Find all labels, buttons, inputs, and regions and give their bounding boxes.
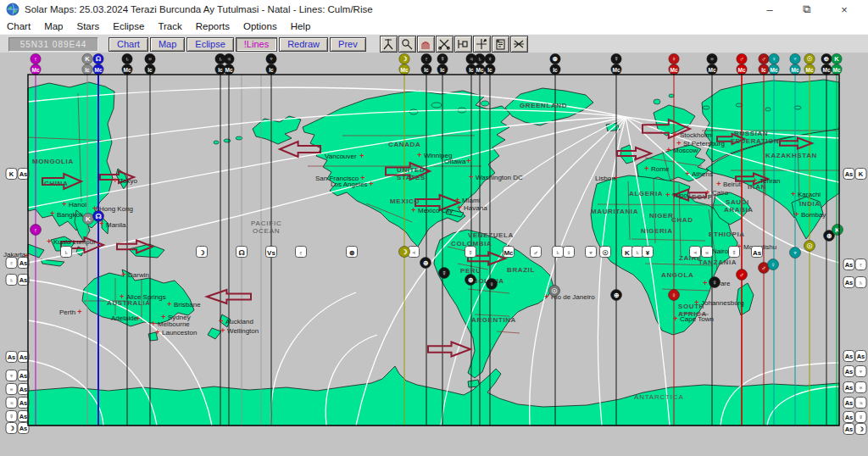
- report-page-button[interactable]: [492, 36, 509, 53]
- city-label: Johannesburg: [701, 299, 744, 307]
- zenith-glyph: ♃: [693, 249, 698, 257]
- app-globe-icon: [6, 3, 19, 16]
- edge-glyph: As: [845, 414, 854, 421]
- city-label: Karachi: [798, 191, 821, 198]
- toolbar: 55N31 089E44 ChartMapEclipse!LinesRedraw…: [0, 34, 868, 54]
- edge-glyph: As: [845, 384, 854, 392]
- planet-glyph: ♃: [226, 55, 231, 63]
- city-marker: +: [120, 292, 124, 301]
- edge-glyph: As: [857, 353, 865, 360]
- city-label: Washington DC: [476, 174, 523, 181]
- map-button[interactable]: Map: [150, 37, 185, 52]
- edge-glyph: ♆: [9, 372, 14, 380]
- menu-reports[interactable]: Reports: [189, 21, 236, 31]
- menu-stars[interactable]: Stars: [70, 21, 107, 31]
- planet-glyph: ♄: [218, 55, 223, 63]
- edge-glyph: As: [19, 353, 28, 361]
- country-label: NIGERIA: [641, 227, 673, 235]
- angle-glyph: Mc: [822, 67, 830, 73]
- zenith-glyph: ☽: [198, 249, 204, 257]
- country-label: FEDERATION: [731, 137, 779, 145]
- chart-button[interactable]: Chart: [108, 37, 148, 52]
- pan-hand-button[interactable]: [417, 36, 435, 53]
- zenith-glyph: ⊗: [349, 249, 355, 257]
- planet-spot-glyph: ☽: [401, 248, 407, 256]
- world-map[interactable]: ♇McKIc☊Mc♄Mc♅Ic♄Ic♃Mc♆Ic☽Mc♇Ic☿Ic♃Ic♄Mc♀…: [0, 53, 868, 456]
- angle-glyph: Mc: [708, 67, 715, 73]
- edge-glyph: As: [19, 259, 28, 267]
- city-label: Melbourne: [158, 320, 190, 328]
- city-label: Rome: [651, 165, 670, 173]
- cut-lines-button[interactable]: [436, 36, 453, 53]
- city-marker: +: [705, 188, 709, 197]
- zenith-glyph: ♂: [533, 249, 538, 257]
- edge-glyph: ☽: [8, 425, 14, 432]
- city-label: Kuala Lumpur: [53, 238, 96, 246]
- island: [409, 109, 418, 114]
- eclipse-button[interactable]: Eclipse: [186, 37, 233, 52]
- angle-glyph: Ic: [761, 67, 766, 73]
- angle-glyph: Mc: [94, 67, 102, 73]
- menu-eclipse[interactable]: Eclipse: [106, 21, 151, 31]
- locate-crosshair-button[interactable]: [473, 36, 491, 53]
- city-label: Beirut: [723, 181, 742, 188]
- menu-map[interactable]: Map: [37, 21, 70, 31]
- country-label: ARABIA: [724, 206, 754, 214]
- city-label: Vancouver: [325, 153, 357, 160]
- angle-glyph: Mc: [612, 67, 620, 73]
- measure-tool-button[interactable]: [380, 36, 398, 53]
- clamp-tool-button[interactable]: [454, 36, 472, 53]
- edge-glyph: As: [845, 399, 854, 407]
- city-label: Perth: [59, 309, 75, 316]
- planet-spot-glyph: ☿: [442, 270, 447, 277]
- prev-button[interactable]: Prev: [330, 37, 366, 52]
- close-button[interactable]: ×: [826, 3, 863, 16]
- menu-options[interactable]: Options: [236, 21, 284, 31]
- planet-spot-glyph: ☉: [551, 287, 557, 295]
- zenith-glyph: ☉: [602, 249, 608, 257]
- planet-spot-glyph: ♀: [712, 279, 717, 286]
- country-label: BRAZIL: [507, 266, 535, 274]
- city-label: Mexico City: [418, 207, 453, 214]
- city-label: Bombay: [801, 211, 826, 219]
- menu-help[interactable]: Help: [284, 21, 318, 31]
- city-label: Alice Springs: [126, 293, 166, 301]
- edge-glyph: ☿: [9, 413, 14, 420]
- city-label: Bangkok: [57, 211, 84, 219]
- planet-glyph: ⊗: [553, 55, 558, 63]
- restore-button[interactable]: ⧉: [788, 3, 826, 16]
- menu-chart[interactable]: Chart: [0, 21, 37, 31]
- edge-glyph: As: [845, 353, 854, 360]
- country-label: ARGENTINA: [471, 316, 516, 324]
- zenith-glyph: Mc: [504, 249, 514, 257]
- city-marker: +: [47, 237, 51, 246]
- minimize-button[interactable]: –: [751, 3, 788, 16]
- planet-glyph: ♆: [793, 55, 798, 63]
- edge-glyph: As: [19, 399, 28, 407]
- country-label: CHAD: [671, 216, 693, 224]
- edge-glyph: As: [19, 170, 28, 178]
- zenith-glyph: ☿: [732, 249, 737, 257]
- city-label: Manila: [106, 221, 126, 229]
- edge-glyph: ♄: [9, 276, 14, 284]
- edge-glyph: As: [8, 353, 16, 361]
- lines-button[interactable]: !Lines: [236, 37, 277, 52]
- angle-glyph: Mc: [123, 67, 131, 73]
- country-label: SAUDI: [726, 198, 749, 206]
- island: [669, 94, 674, 97]
- city-marker: +: [466, 157, 470, 165]
- angle-glyph: Ic: [269, 67, 274, 73]
- redraw-button[interactable]: Redraw: [279, 37, 328, 52]
- menu-track[interactable]: Track: [151, 21, 188, 31]
- country-label: PERU: [460, 267, 481, 275]
- angle-glyph: Ic: [147, 67, 153, 73]
- zoom-tool-button[interactable]: [398, 36, 416, 53]
- planet-glyph: ☉: [807, 55, 813, 63]
- zenith-glyph: ☿: [468, 249, 473, 257]
- ocean-label: ANTARCTICA: [634, 393, 684, 401]
- planet-glyph: ☿: [440, 55, 445, 63]
- angle-glyph: Mc: [791, 67, 798, 73]
- city-label: Athens: [692, 170, 713, 178]
- delete-cross-button[interactable]: [510, 36, 528, 53]
- country-label: RUSSIAN: [734, 130, 768, 137]
